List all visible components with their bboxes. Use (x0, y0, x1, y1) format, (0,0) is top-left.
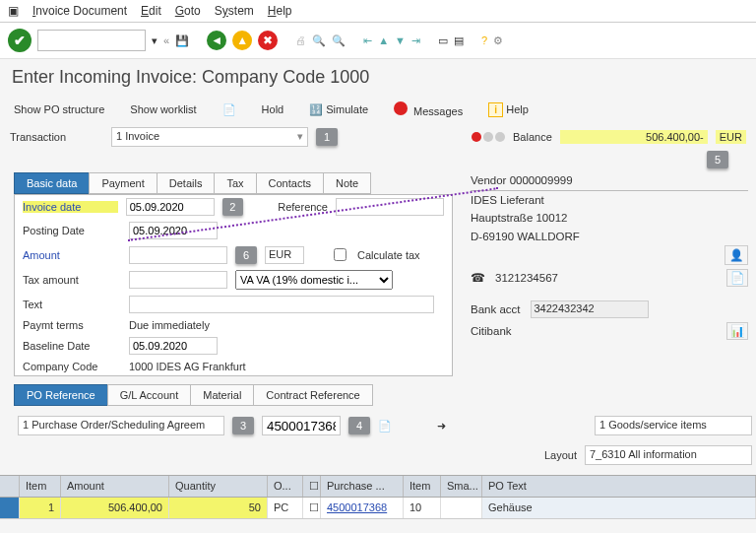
col-qty[interactable]: Quantity (169, 476, 268, 497)
callout-3: 3 (232, 417, 254, 434)
callout-4: 4 (348, 417, 370, 434)
messages-button[interactable]: Messages (394, 101, 463, 117)
tab-note[interactable]: Note (323, 172, 371, 194)
first-page-icon[interactable]: ⇤ (363, 34, 372, 47)
cell-amount[interactable]: 506.400,00 (61, 498, 169, 518)
show-worklist[interactable]: Show worklist (130, 103, 196, 115)
baseline-date-field[interactable] (129, 337, 218, 355)
menu-system[interactable]: System (215, 4, 254, 18)
phone-icon: ☎ (471, 271, 485, 285)
amount-curr: EUR (265, 246, 304, 264)
more-po-icon[interactable]: 📄 (378, 420, 392, 433)
callout-6: 6 (235, 246, 257, 264)
baseline-date-label: Baseline Date (23, 340, 121, 352)
calc-tax-label: Calculate tax (357, 249, 420, 261)
menu-edit[interactable]: Edit (141, 4, 161, 18)
menu-invoice-doc[interactable]: Invoice Document (32, 4, 127, 18)
cell-po[interactable]: 4500017368 (321, 498, 404, 518)
back-icon[interactable]: « (163, 34, 169, 46)
cell-chk[interactable]: ☐ (303, 498, 321, 518)
balance-value: 506.400,00- (560, 130, 708, 144)
vendor-name: IDES Lieferant (471, 191, 748, 209)
menu-help[interactable]: Help (268, 4, 292, 18)
show-po-structure[interactable]: Show PO structure (14, 103, 104, 115)
po-tabs: PO Reference G/L Account Material Contra… (14, 384, 756, 406)
tab-material[interactable]: Material (190, 384, 254, 406)
balance-label: Balance (513, 131, 552, 143)
col-uom[interactable]: O... (268, 476, 303, 497)
save-icon[interactable]: 💾 (175, 34, 189, 47)
transaction-dropdown[interactable]: 1 Invoice ▾ (111, 127, 308, 147)
cell-sma (441, 498, 482, 518)
tab-gl-account[interactable]: G/L Account (107, 384, 192, 406)
vendor-header: Vendor 0000009999 (471, 174, 748, 191)
goods-items-dropdown[interactable]: 1 Goods/service items (595, 416, 752, 435)
help-button[interactable]: i Help (488, 102, 529, 117)
tax-code-dropdown[interactable]: VA VA (19% domestic i... (235, 270, 393, 290)
tab-details[interactable]: Details (157, 172, 216, 194)
hold-button[interactable]: Hold (262, 103, 284, 115)
note-icon[interactable]: 📄 (726, 269, 748, 287)
header-tabs: Basic data Payment Details Tax Contacts … (14, 172, 453, 194)
layout-dropdown[interactable]: 7_6310 All information (585, 445, 752, 465)
col-sma[interactable]: Sma... (441, 476, 482, 497)
help-toolbar-icon[interactable]: ? (481, 34, 487, 46)
layout-icon[interactable]: ▤ (454, 34, 464, 47)
menu-goto[interactable]: Goto (175, 4, 201, 18)
cancel-icon[interactable]: ✖ (258, 31, 278, 50)
simulate-button[interactable]: 🔢 Simulate (309, 103, 368, 116)
vendor-city: D-69190 WALLDORF (471, 228, 748, 245)
text-label: Text (23, 299, 121, 310)
execute-po-icon[interactable]: ➜ (437, 420, 446, 433)
col-poitem[interactable]: Item (404, 476, 441, 497)
balance-curr: EUR (716, 130, 746, 144)
invoice-date-field[interactable] (126, 198, 215, 216)
chevron-down-icon: ▾ (297, 130, 303, 143)
last-page-icon[interactable]: ⇥ (411, 34, 420, 47)
col-item[interactable]: Item (20, 476, 61, 497)
po-ref-toolbar: 1 Purchase Order/Scheduling Agreem 3 4 📄… (14, 410, 756, 441)
command-field[interactable] (37, 30, 146, 51)
new-session-icon[interactable]: ▭ (438, 34, 448, 47)
po-ref-type-dropdown[interactable]: 1 Purchase Order/Scheduling Agreem (18, 416, 224, 435)
callout-2: 2 (222, 198, 243, 216)
settings-icon[interactable]: ⚙ (493, 34, 503, 47)
text-field[interactable] (129, 296, 434, 313)
tax-amount-field[interactable] (129, 271, 227, 289)
prev-page-icon[interactable]: ▲ (378, 34, 389, 46)
col-del[interactable]: ☐ (303, 476, 321, 497)
bank-acct-value: 3422432342 (531, 300, 649, 318)
company-code-value: 1000 IDES AG Frankfurt (129, 361, 246, 372)
tab-basic-data[interactable]: Basic data (14, 172, 90, 194)
col-po[interactable]: Purchase ... (321, 476, 404, 497)
folder-icon[interactable]: 📄 (222, 103, 236, 116)
table-row[interactable]: 1 506.400,00 50 PC ☐ 4500017368 10 Gehäu… (0, 498, 756, 519)
tab-tax[interactable]: Tax (214, 172, 256, 194)
po-number-field[interactable] (262, 416, 341, 435)
tab-payment[interactable]: Payment (89, 172, 157, 194)
nav-exit-icon[interactable]: ▲ (232, 31, 252, 50)
enter-button[interactable]: ✔ (8, 29, 32, 52)
tab-po-reference[interactable]: PO Reference (14, 384, 108, 406)
tab-contacts[interactable]: Contacts (256, 172, 324, 194)
col-amount[interactable]: Amount (61, 476, 169, 497)
cell-qty[interactable]: 50 (169, 498, 268, 518)
bank-acct-label: Bank acct (471, 303, 521, 315)
next-page-icon[interactable]: ▼ (395, 34, 406, 46)
posting-date-label: Posting Date (23, 225, 121, 236)
tab-contract-ref[interactable]: Contract Reference (253, 384, 372, 406)
oi-icon[interactable]: 📊 (726, 322, 748, 340)
bank-name: Citibank (471, 325, 512, 337)
amount-field[interactable] (129, 246, 227, 264)
cell-uom[interactable]: PC (268, 498, 303, 518)
app-icon: ▣ (8, 4, 19, 18)
layout-row: Layout 7_6310 All information (14, 445, 756, 471)
nav-back-icon[interactable]: ◄ (207, 31, 226, 50)
calc-tax-checkbox[interactable] (334, 248, 346, 261)
callout-5: 5 (707, 151, 728, 168)
dropdown-icon[interactable]: ▾ (152, 34, 158, 47)
invoice-date-label: Invoice date (23, 201, 118, 213)
actionbar: Show PO structure Show worklist 📄 Hold 🔢… (0, 96, 756, 123)
col-potext[interactable]: PO Text (482, 476, 756, 497)
address-icon[interactable]: 👤 (724, 245, 748, 265)
